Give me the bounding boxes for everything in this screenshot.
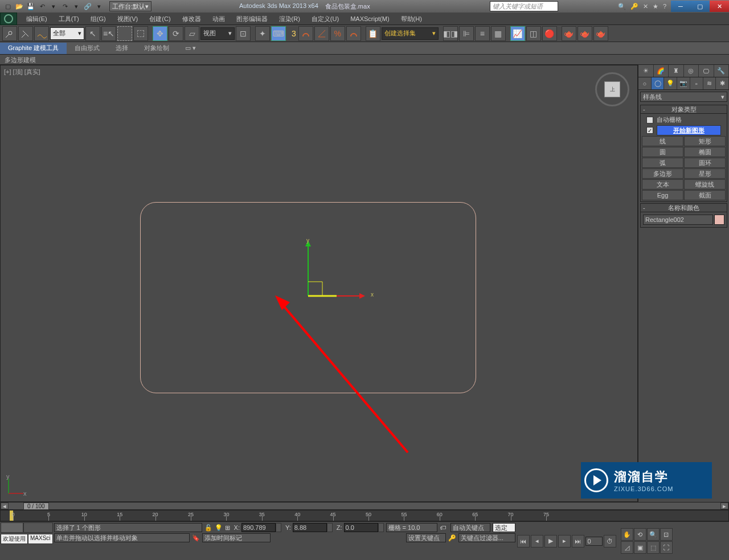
menu-customize[interactable]: 自定义(U) — [306, 13, 345, 25]
menu-group[interactable]: 组(G) — [85, 13, 112, 25]
minimize-button[interactable]: ─ — [671, 1, 690, 12]
pivot-center-icon[interactable]: ⊡ — [236, 26, 251, 41]
isolate-icon[interactable]: 💡 — [215, 524, 223, 532]
add-timetag-button[interactable]: 添加时间标记 — [202, 533, 271, 542]
menu-maxscript[interactable]: MAXScript(M) — [345, 13, 395, 25]
select-move-icon[interactable]: ✥ — [153, 26, 167, 41]
coord-display-icon[interactable]: ⊞ — [225, 524, 230, 532]
tab-create-icon[interactable]: ☀ — [638, 65, 654, 77]
rollout-namecolor-header[interactable]: -名称和颜色 — [640, 203, 727, 212]
ribbon-panel-label[interactable]: 多边形建模 — [0, 55, 729, 65]
mirror-icon[interactable]: ◧◨ — [443, 26, 458, 41]
menu-create[interactable]: 创建(C) — [144, 13, 176, 25]
manipulate-icon[interactable]: ✦ — [255, 26, 270, 41]
rollout-objecttype-header[interactable]: -对象类型 — [640, 105, 727, 114]
select-rect-icon[interactable] — [117, 26, 132, 41]
tab-motion-icon[interactable]: ◎ — [684, 65, 699, 77]
y-value-input[interactable]: 8.88 — [293, 523, 327, 532]
ribbon-collapse-icon[interactable]: ▭ ▾ — [177, 43, 204, 54]
maxscript-tab[interactable]: MAXSci — [28, 534, 53, 544]
layer-icon[interactable]: ≡ — [475, 26, 490, 41]
ribbon-tab-graphite[interactable]: Graphite 建模工具 — [0, 43, 67, 54]
script-mini-listener[interactable] — [1, 522, 23, 533]
zoom-icon[interactable]: 🔍 — [647, 528, 660, 541]
z-spinner[interactable] — [378, 523, 384, 532]
btn-text[interactable]: 文本 — [642, 179, 683, 190]
align-icon[interactable]: ⊫ — [459, 26, 474, 41]
binoculars-icon[interactable]: 🔍 — [618, 3, 626, 10]
curve-editor-icon[interactable]: 📈 — [510, 26, 525, 41]
select-rotate-icon[interactable]: ⟳ — [169, 26, 183, 41]
save-icon[interactable]: 💾 — [25, 1, 36, 11]
menu-grapheditors[interactable]: 图形编辑器 — [231, 13, 273, 25]
lock-icon[interactable]: 🔓 — [204, 524, 212, 532]
undo-icon[interactable]: ↶ — [36, 1, 48, 11]
btn-donut[interactable]: 圆环 — [684, 158, 726, 168]
maximize-vp-icon[interactable]: ⛶ — [660, 541, 673, 554]
keyfilters-button[interactable]: 关键点过滤器... — [458, 533, 515, 542]
dd3-icon[interactable]: ▾ — [93, 1, 105, 11]
key-mode-icon[interactable]: 🔑 — [448, 534, 456, 542]
btn-circle[interactable]: 圆 — [642, 147, 683, 157]
schematic-icon[interactable]: ◫ — [526, 26, 541, 41]
menu-tools[interactable]: 工具(T) — [53, 13, 85, 25]
selection-filter-combo[interactable]: 全部▾ — [50, 27, 84, 40]
angle-snap-icon[interactable] — [314, 26, 329, 41]
unlink-icon[interactable] — [18, 26, 33, 41]
viewport[interactable]: [+] [顶] [真实] x y 上 y x — [0, 65, 638, 502]
percent-snap-icon[interactable]: % — [330, 26, 345, 41]
menu-views[interactable]: 视图(V) — [112, 13, 144, 25]
tab-utilities-icon[interactable]: 🔧 — [714, 65, 730, 77]
btn-line[interactable]: 线 — [642, 136, 683, 146]
zoom-all-icon[interactable]: ⊡ — [660, 528, 673, 541]
material-editor-icon[interactable]: 🔴 — [542, 26, 557, 41]
ref-coord-combo[interactable]: 视图▾ — [200, 27, 235, 40]
cat-spacewarps-icon[interactable]: ≋ — [703, 77, 716, 89]
select-scale-icon[interactable]: ▱ — [185, 26, 199, 41]
menu-animation[interactable]: 动画 — [207, 13, 231, 25]
key-icon[interactable]: 🔑 — [630, 3, 638, 10]
tab-display-icon[interactable]: 🖵 — [699, 65, 714, 77]
fov-icon[interactable]: ◿ — [621, 541, 633, 554]
cat-systems-icon[interactable]: ✱ — [716, 77, 729, 89]
ribbon-tab-objpaint[interactable]: 对象绘制 — [136, 43, 177, 54]
render-icon[interactable]: 🫖 — [593, 26, 608, 41]
prev-frame-icon[interactable]: ◂ — [531, 535, 543, 547]
open-icon[interactable]: 📂 — [14, 1, 25, 11]
time-tag-icon[interactable]: 🏷 — [440, 524, 446, 531]
cat-shapes-icon[interactable]: ◯ — [652, 77, 665, 89]
help-search-input[interactable]: 键入关键字或短语 — [490, 1, 558, 11]
ribbon-tab-selection[interactable]: 选择 — [108, 43, 136, 54]
btn-rectangle[interactable]: 矩形 — [684, 136, 726, 146]
shape-subcategory-combo[interactable]: 样条线▾ — [640, 92, 727, 102]
snap-toggle-icon[interactable] — [298, 26, 313, 41]
cat-cameras-icon[interactable]: 📷 — [677, 77, 690, 89]
new-icon[interactable]: ▢ — [2, 1, 14, 11]
dd1-icon[interactable]: ▾ — [48, 1, 59, 11]
script-output[interactable] — [23, 522, 53, 533]
goto-start-icon[interactable]: ⏮ — [517, 535, 530, 547]
startnew-checkbox[interactable]: ✓ — [646, 127, 653, 134]
x-value-input[interactable]: 890.789 — [241, 523, 276, 532]
autokey-button[interactable]: 自动关键点 — [450, 523, 490, 532]
object-name-input[interactable]: Rectangle002 — [643, 215, 713, 225]
workspace-selector[interactable]: 工作台: 默认 ▾ — [109, 1, 151, 11]
help-icon[interactable]: ? — [663, 3, 666, 10]
play-icon[interactable]: ▶ — [544, 535, 557, 547]
y-spinner[interactable] — [327, 523, 333, 532]
tab-modify-icon[interactable]: 🌈 — [654, 65, 669, 77]
time-slider[interactable]: ◂ 0 / 100 ▸ — [0, 502, 729, 510]
maximize-button[interactable]: ▢ — [690, 1, 710, 12]
btn-egg[interactable]: Egg — [642, 190, 683, 200]
viewport-label[interactable]: [+] [顶] [真实] — [4, 68, 40, 76]
btn-ellipse[interactable]: 椭圆 — [684, 147, 726, 157]
menu-help[interactable]: 帮助(H) — [395, 13, 428, 25]
z-value-input[interactable]: 0.0 — [344, 523, 378, 532]
cat-helpers-icon[interactable]: ▫ — [690, 77, 703, 89]
btn-helix[interactable]: 螺旋线 — [684, 179, 726, 190]
menu-rendering[interactable]: 渲染(R) — [273, 13, 306, 25]
dd2-icon[interactable]: ▾ — [71, 1, 82, 11]
arc-rotate-icon[interactable]: ⟲ — [634, 528, 646, 541]
bind-spacewarp-icon[interactable] — [34, 26, 49, 41]
tab-hierarchy-icon[interactable]: ♜ — [669, 65, 684, 77]
